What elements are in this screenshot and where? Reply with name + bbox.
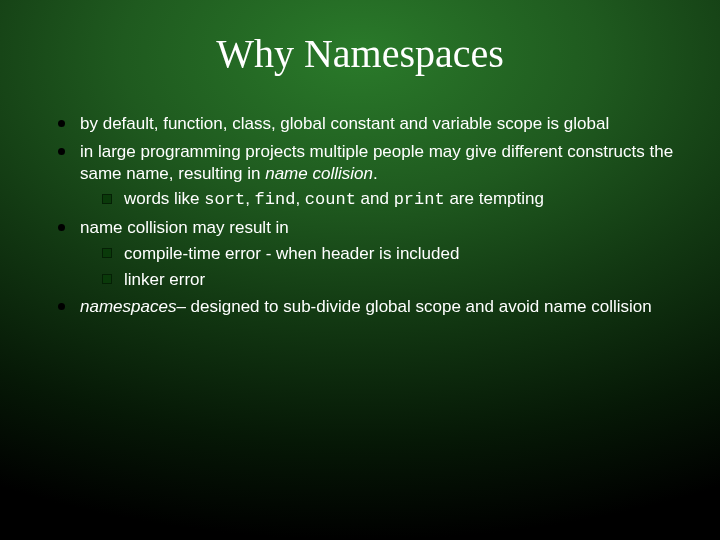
code-text: sort — [204, 190, 245, 209]
list-item: in large programming projects multiple p… — [56, 141, 680, 211]
code-text: print — [394, 190, 445, 209]
code-text: count — [305, 190, 356, 209]
list-item: namespaces– designed to sub-divide globa… — [56, 296, 680, 318]
bullet-text: are tempting — [445, 189, 544, 208]
code-text: find — [255, 190, 296, 209]
slide: Why Namespaces by default, function, cla… — [0, 0, 720, 540]
bullet-text: name collision may result in — [80, 218, 289, 237]
bullet-text: and — [356, 189, 394, 208]
bullet-text: – designed to sub-divide global scope an… — [176, 297, 651, 316]
list-item: words like sort, find, count and print a… — [100, 188, 680, 211]
sub-list: compile-time error - when header is incl… — [80, 243, 680, 291]
bullet-text: , — [295, 189, 304, 208]
bullet-text: words like — [124, 189, 204, 208]
list-item: by default, function, class, global cons… — [56, 113, 680, 135]
bullet-text: linker error — [124, 270, 205, 289]
bullet-text: . — [373, 164, 378, 183]
bullet-text: by default, function, class, global cons… — [80, 114, 609, 133]
list-item: compile-time error - when header is incl… — [100, 243, 680, 265]
list-item: name collision may result in compile-tim… — [56, 217, 680, 290]
slide-title: Why Namespaces — [40, 30, 680, 77]
list-item: linker error — [100, 269, 680, 291]
italic-text: name collision — [265, 164, 373, 183]
bullet-text: compile-time error - when header is incl… — [124, 244, 459, 263]
bullet-list: by default, function, class, global cons… — [40, 113, 680, 318]
sub-list: words like sort, find, count and print a… — [80, 188, 680, 211]
bullet-text: , — [245, 189, 254, 208]
italic-text: namespaces — [80, 297, 176, 316]
